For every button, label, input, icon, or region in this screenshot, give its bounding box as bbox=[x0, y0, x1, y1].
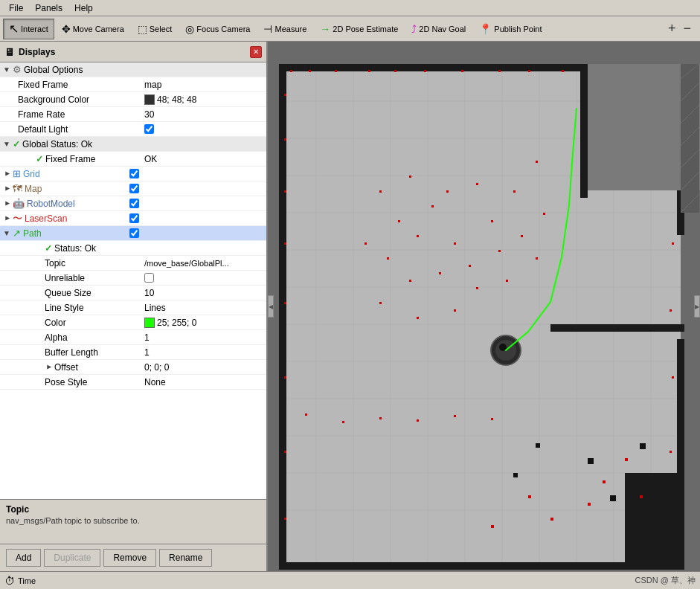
publish-point-button[interactable]: 📍 Publish Point bbox=[473, 19, 548, 39]
laser-scan-row[interactable]: ▼ 〜 LaserScan bbox=[0, 211, 266, 226]
status-right: CSDN @ 草、神 bbox=[635, 575, 696, 586]
map-row[interactable]: ▼ 🗺 Map bbox=[0, 181, 266, 196]
path-buffer-length-row[interactable]: Buffer Length 1 bbox=[0, 345, 266, 360]
svg-rect-53 bbox=[379, 190, 382, 193]
move-camera-button[interactable]: ✥ Move Camera bbox=[56, 19, 130, 39]
displays-panel-icon: 🖥 bbox=[4, 46, 15, 58]
menu-panels[interactable]: Panels bbox=[29, 1, 68, 15]
svg-rect-87 bbox=[670, 451, 672, 453]
path-pose-style-row[interactable]: Pose Style None bbox=[0, 375, 266, 390]
focus-camera-button[interactable]: ◎ Focus Camera bbox=[179, 19, 256, 39]
path-queue-size-row[interactable]: Queue Size 10 bbox=[0, 286, 266, 300]
background-color-row[interactable]: Background Color 48; 48; 48 bbox=[0, 92, 266, 107]
frame-rate-row[interactable]: Frame Rate 30 bbox=[0, 107, 266, 122]
left-panel: 🖥 Displays ✕ ▼ ⚙ Global Options Fixed Fr… bbox=[0, 42, 268, 571]
panel-collapse-left[interactable]: ◀ bbox=[268, 295, 274, 318]
map-viewport[interactable] bbox=[268, 42, 700, 571]
path-offset-label: Offset bbox=[54, 362, 78, 373]
path-unreliable-row[interactable]: Unreliable bbox=[0, 271, 266, 286]
svg-rect-49 bbox=[284, 302, 286, 304]
svg-rect-51 bbox=[284, 451, 286, 453]
global-status-arrow: ▼ bbox=[3, 140, 10, 148]
fixed-frame-label: Fixed Frame bbox=[18, 80, 68, 90]
laser-scan-arrow: ▼ bbox=[3, 215, 11, 222]
menu-help[interactable]: Help bbox=[68, 1, 99, 15]
collapse-arrow-right: ▶ bbox=[695, 303, 699, 310]
path-unreliable-checkbox[interactable] bbox=[144, 273, 154, 283]
svg-rect-57 bbox=[446, 190, 449, 193]
measure-label: Measure bbox=[274, 25, 306, 33]
path-offset-row[interactable]: ▼ Offset 0; 0; 0 bbox=[0, 360, 266, 375]
svg-rect-83 bbox=[491, 418, 493, 420]
svg-rect-38 bbox=[368, 70, 370, 72]
path-alpha-row[interactable]: Alpha 1 bbox=[0, 330, 266, 345]
path-color-row[interactable]: Color 25; 255; 0 bbox=[0, 315, 266, 330]
panel-collapse-right[interactable]: ▶ bbox=[694, 295, 700, 318]
remove-button[interactable]: Remove bbox=[103, 549, 156, 567]
grid-checkbox[interactable] bbox=[129, 169, 139, 178]
map-icon: 🗺 bbox=[13, 183, 22, 194]
global-options-arrow: ▼ bbox=[3, 65, 10, 74]
add-display-button[interactable]: + bbox=[665, 21, 679, 36]
global-status-row[interactable]: ▼ ✓ Global Status: Ok bbox=[0, 137, 266, 152]
global-status-label: Global Status: Ok bbox=[22, 139, 92, 149]
interact-icon: ↖ bbox=[9, 22, 19, 36]
rename-button[interactable]: Rename bbox=[159, 549, 212, 567]
path-topic-row[interactable]: Topic /move_base/GlobalPl... bbox=[0, 256, 266, 271]
pose-estimate-button[interactable]: → 2D Pose Estimate bbox=[314, 19, 404, 39]
path-checkbox[interactable] bbox=[129, 228, 139, 238]
background-color-label: Background Color bbox=[18, 94, 89, 105]
svg-rect-42 bbox=[498, 70, 501, 72]
svg-rect-37 bbox=[335, 70, 337, 72]
grid-row[interactable]: ▼ ⊞ Grid bbox=[0, 167, 266, 181]
select-label: Select bbox=[150, 25, 173, 33]
laser-scan-checkbox[interactable] bbox=[129, 213, 139, 223]
path-line-style-label: Line Style bbox=[45, 303, 84, 313]
select-button[interactable]: ⬚ Select bbox=[132, 19, 179, 39]
svg-rect-70 bbox=[476, 287, 478, 289]
status-bar: ⏱ Time CSDN @ 草、神 bbox=[0, 571, 700, 589]
global-options-row[interactable]: ▼ ⚙ Global Options bbox=[0, 62, 266, 77]
robot-model-row[interactable]: ▼ 🤖 RobotModel bbox=[0, 196, 266, 211]
svg-rect-41 bbox=[461, 70, 463, 72]
remove-display-button[interactable]: − bbox=[680, 21, 694, 36]
fixed-frame-row[interactable]: Fixed Frame map bbox=[0, 77, 266, 92]
svg-rect-60 bbox=[454, 242, 456, 245]
default-light-label: Default Light bbox=[18, 124, 68, 135]
svg-rect-47 bbox=[284, 190, 286, 193]
measure-button[interactable]: ⊣ Measure bbox=[257, 19, 312, 39]
path-pose-style-label: Pose Style bbox=[45, 377, 87, 387]
laser-scan-label: LaserScan bbox=[25, 213, 67, 224]
svg-rect-61 bbox=[491, 220, 493, 222]
svg-rect-96 bbox=[640, 443, 646, 449]
menu-file[interactable]: File bbox=[3, 1, 29, 15]
duplicate-button[interactable]: Duplicate bbox=[44, 549, 100, 567]
path-queue-size-value: 10 bbox=[144, 288, 154, 298]
svg-rect-82 bbox=[454, 415, 456, 417]
displays-close-button[interactable]: ✕ bbox=[250, 46, 262, 58]
nav-goal-button[interactable]: ⤴ 2D Nav Goal bbox=[405, 19, 472, 39]
path-arrow: ▼ bbox=[3, 229, 10, 237]
path-icon: ↗ bbox=[13, 228, 21, 239]
path-row[interactable]: ▼ ↗ Path bbox=[0, 226, 266, 241]
status-time-label: Time bbox=[18, 576, 36, 585]
svg-rect-48 bbox=[284, 242, 286, 245]
add-button[interactable]: Add bbox=[6, 549, 41, 567]
path-alpha-label: Alpha bbox=[45, 332, 68, 343]
svg-rect-32 bbox=[550, 324, 684, 332]
default-light-row[interactable]: Default Light bbox=[0, 122, 266, 137]
map-checkbox[interactable] bbox=[129, 184, 139, 193]
global-status-fixed-frame-row[interactable]: ✓ Fixed Frame OK bbox=[0, 152, 266, 167]
interact-button[interactable]: ↖ Interact bbox=[3, 19, 54, 39]
publish-point-label: Publish Point bbox=[494, 25, 542, 33]
global-status-fixed-label: Fixed Frame bbox=[45, 154, 95, 164]
robot-model-checkbox[interactable] bbox=[129, 199, 139, 208]
viewport[interactable]: ◀ ▶ bbox=[268, 42, 700, 571]
path-unreliable-label: Unreliable bbox=[45, 273, 85, 283]
svg-rect-68 bbox=[439, 272, 441, 274]
path-line-style-row[interactable]: Line Style Lines bbox=[0, 300, 266, 315]
svg-rect-89 bbox=[625, 458, 628, 461]
svg-rect-69 bbox=[409, 280, 411, 282]
focus-camera-icon: ◎ bbox=[185, 23, 194, 35]
default-light-checkbox[interactable] bbox=[144, 124, 154, 134]
